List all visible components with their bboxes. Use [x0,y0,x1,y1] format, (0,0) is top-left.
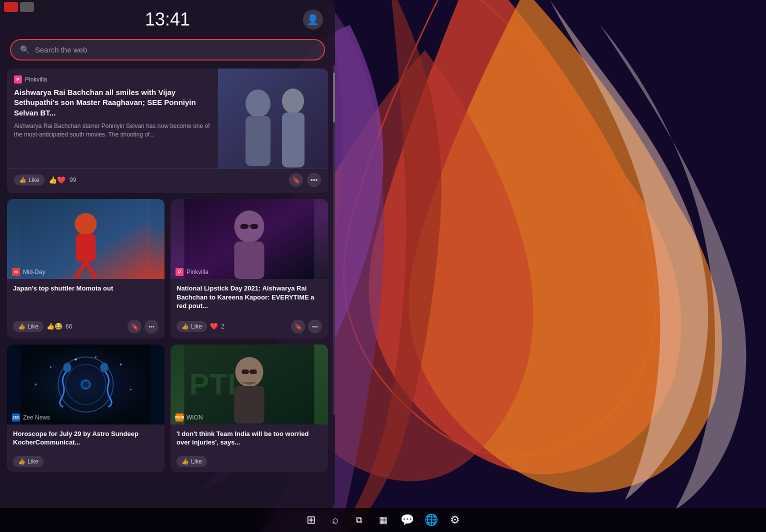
svg-point-3 [246,90,270,118]
thumbs-up-icon-3: 👍 [182,323,189,330]
card-title-4: Horoscope for July 29 by Astro Sundeep K… [13,430,158,447]
card-title-1: Aishwarya Rai Bachchan all smiles with V… [14,88,211,118]
source-overlay-4: ZEE Zee News [7,410,55,424]
reaction-count-3: 2 [221,323,224,330]
start-button[interactable]: ⊞ [300,509,322,531]
svg-rect-35 [250,370,257,374]
search-box[interactable]: 🔍 [10,39,325,60]
search-input[interactable] [35,46,315,54]
wion-logo: WION [176,414,184,422]
card-image-3: P Pinkvilla [170,199,328,279]
midday-logo: M [12,268,20,276]
card-title-2: Japan's top shuttler Momota out [13,284,158,293]
card-actions-2: 👍 Like 👍😂 66 🔖 ••• [7,316,164,338]
bookmark-button-1[interactable]: 🔖 [289,173,303,187]
thumbs-up-icon-2: 👍 [18,323,26,330]
svg-rect-4 [246,116,270,166]
svg-rect-15 [240,224,248,229]
svg-rect-16 [250,224,258,229]
card-image-4: ZEE Zee News [7,344,164,424]
search-button[interactable]: ⌕ [324,509,346,531]
reactions-3: ❤️ [210,322,218,330]
panel-header: 13:41 👤 [0,0,335,35]
taskbar-icons: ⊞ ⌕ ⧉ ▦ 💬 🌐 ⚙ [300,509,466,531]
card-title-5: 'I don't think Team India will be too wo… [176,430,322,447]
widgets-button[interactable]: ▦ [372,509,394,531]
card-title-3: National Lipstick Day 2021: Aishwarya Ra… [176,284,322,310]
user-icon-button[interactable]: 👤 [303,10,323,30]
widget-panel: 13:41 👤 🔍 P Pinkvilla Aishwarya Rai Bach [0,0,335,510]
news-feed[interactable]: P Pinkvilla Aishwarya Rai Bachchan all s… [0,68,335,510]
like-button-5[interactable]: 👍 Like [176,456,207,467]
svg-rect-33 [234,386,264,424]
card-actions-3: 👍 Like ❤️ 2 🔖 ••• [170,316,328,338]
like-button-3[interactable]: 👍 Like [176,321,207,332]
top-bar-item1 [4,2,18,12]
svg-point-8 [75,213,97,235]
svg-point-26 [95,356,96,358]
thumbs-up-icon: 👍 [19,176,26,184]
reaction-count-2: 66 [66,323,72,330]
like-button-4[interactable]: 👍 Like [13,456,44,467]
panel-scrollbar [333,65,335,415]
taskview-icon: ⧉ [356,515,362,526]
pinkvilla-logo: P [14,76,22,84]
svg-rect-9 [76,234,96,262]
more-button-1[interactable]: ••• [307,173,321,187]
card-actions-5: 👍 Like [170,453,328,472]
more-button-2[interactable]: ••• [144,320,158,334]
source-overlay-5: WION WION [170,410,208,424]
thumbs-up-icon-4: 👍 [18,458,26,465]
source-row-1: P Pinkvilla [14,76,211,84]
source-name-3: Pinkvilla [186,268,208,276]
pinkvilla-logo-3: P [176,268,184,276]
svg-point-28 [50,366,52,368]
news-card-2: M Mid-Day Japan's top shuttler Momota ou… [7,199,164,338]
taskbar: ⊞ ⌕ ⧉ ▦ 💬 🌐 ⚙ [0,508,766,532]
news-card-large: P Pinkvilla Aishwarya Rai Bachchan all s… [7,68,328,193]
taskbar-search-icon: ⌕ [332,514,338,526]
svg-point-21 [64,362,72,372]
svg-rect-14 [234,242,264,279]
like-button-1[interactable]: 👍 Like [14,174,44,186]
card-text-4: Horoscope for July 29 by Astro Sundeep K… [7,424,164,453]
card-image-1 [218,68,328,168]
source-name-1: Pinkvilla [25,76,47,83]
source-overlay-3: P Pinkvilla [170,265,214,279]
svg-rect-6 [282,112,304,168]
search-container: 🔍 [0,35,335,68]
search-icon: 🔍 [20,45,30,54]
zeenews-logo: ZEE [12,414,20,422]
more-button-3[interactable]: ••• [308,320,322,334]
reactions-2: 👍😂 [46,322,62,330]
svg-point-5 [282,88,304,114]
like-button-2[interactable]: 👍 Like [13,321,44,332]
reaction-count-1: 99 [70,176,76,184]
svg-point-30 [130,388,132,390]
svg-rect-2 [218,68,328,168]
card-desc-1: Aishwarya Rai Bachchan starrer Ponniyin … [14,122,211,140]
reactions-1: 👍❤️ [48,176,66,184]
chat-icon: 💬 [400,514,414,526]
svg-point-27 [120,364,122,366]
card-image-svg-1 [218,68,328,168]
chat-button[interactable]: 💬 [396,509,418,531]
task-view-button[interactable]: ⧉ [348,509,370,531]
browser-icon: 🌐 [424,514,438,526]
svg-rect-34 [242,370,249,374]
news-grid-row-1: M Mid-Day Japan's top shuttler Momota ou… [7,199,328,338]
source-name-4: Zee News [23,414,50,421]
user-icon: 👤 [306,14,319,26]
svg-point-22 [100,362,108,372]
bookmark-button-2[interactable]: 🔖 [128,320,142,334]
settings-button[interactable]: ⚙ [444,509,466,531]
card-actions-1: 👍 Like 👍❤️ 99 🔖 ••• [7,168,328,193]
browser-button[interactable]: 🌐 [420,509,442,531]
card-text-2: Japan's top shuttler Momota out [7,279,164,316]
news-grid-row-2: ZEE Zee News Horoscope for July 29 by As… [7,344,328,472]
settings-icon: ⚙ [450,514,460,526]
bookmark-button-3[interactable]: 🔖 [291,320,305,334]
card-text-3: National Lipstick Day 2021: Aishwarya Ra… [170,279,328,316]
svg-point-25 [75,358,77,360]
time-display: 13:41 [116,9,219,30]
